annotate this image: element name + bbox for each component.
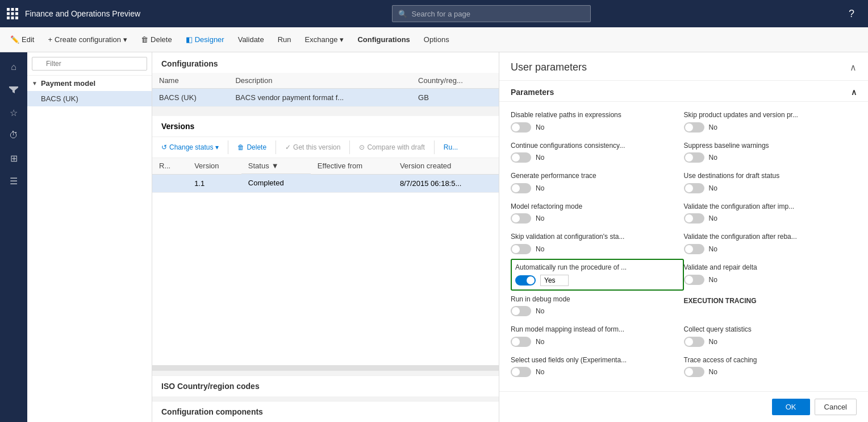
auto-run-toggle[interactable] [515,275,536,286]
param-control: No [511,337,679,347]
sidebar-item-grid[interactable]: ⊞ [2,148,25,168]
svg-rect-2 [15,8,18,11]
delete-button[interactable]: 🗑 Delete [135,32,178,47]
cancel-button[interactable]: Cancel [815,399,857,415]
configurations-button[interactable]: Configurations [352,32,415,47]
model-refactoring-toggle[interactable] [511,213,531,224]
param-label: Continue configurations consistency... [511,142,679,151]
param-label: Model refactoring mode [511,202,679,212]
tree-child-label: BACS (UK) [41,94,78,103]
params-title: Parameters [511,88,554,97]
param-item-select-used-fields: Select used fields only (Experimenta... … [511,351,684,382]
param-item-validate-repair-delta: Validate and repair delta No [684,259,857,291]
divider [228,140,228,154]
user-params-panel: User parameters ∧ Parameters ∧ Disable r… [499,52,868,422]
svg-rect-6 [7,16,10,19]
configurations-section-title: Configurations [152,52,499,73]
run-button[interactable]: Run [272,32,297,47]
ok-button[interactable]: OK [772,399,810,415]
param-control: No [684,337,853,347]
param-label: Trace access of caching [684,356,853,365]
edit-icon: ✏️ [10,35,19,44]
panel-collapse-button[interactable]: ∧ [850,62,857,73]
validate-repair-delta-toggle[interactable] [684,275,704,285]
edit-button[interactable]: ✏️ Edit [5,32,40,47]
run-model-mapping-toggle[interactable] [511,337,531,347]
skip-product-toggle[interactable] [684,122,704,133]
table-row[interactable]: 1.1 Completed 8/7/2015 06:18:5... [152,174,499,192]
trace-access-toggle[interactable] [684,367,704,377]
param-item-generate-perf: Generate performance trace No [511,167,684,198]
sidebar-item-home[interactable]: ⌂ [2,57,25,77]
options-button[interactable]: Options [418,32,455,47]
validate-after-imp-toggle[interactable] [684,213,704,224]
horizontal-scrollbar[interactable] [152,365,499,371]
param-control: No [511,306,679,316]
versions-delete-button[interactable]: 🗑 Delete [233,141,271,154]
toggle-slider [511,213,531,224]
param-control: No [684,244,853,254]
filter-input[interactable] [32,57,147,71]
change-status-button[interactable]: ↺ Change status ▾ [157,141,223,154]
filter-icon[interactable]: ▼ [272,162,279,170]
sidebar-item-list[interactable]: ☰ [2,171,25,191]
validate-button[interactable]: Validate [232,32,270,47]
collect-query-toggle[interactable] [684,337,704,347]
param-control [515,275,678,286]
param-label: Select used fields only (Experimenta... [511,356,679,365]
config-components-section[interactable]: Configuration components [152,401,499,422]
iso-section[interactable]: ISO Country/region codes [152,375,499,396]
waffle-menu-icon[interactable] [7,8,18,19]
param-label: Skip product updates and version pr... [684,111,853,120]
col-name: Name [152,73,228,89]
versions-table: R... Version Status ▼ Effective from Ver… [152,158,499,193]
toggle-slider [684,213,704,224]
use-destinations-toggle[interactable] [684,183,704,193]
run-versions-button[interactable]: Ru... [439,141,462,154]
validate-after-reba-toggle[interactable] [684,244,704,254]
sidebar-item-filter[interactable] [2,80,25,100]
param-value: No [536,154,544,162]
exchange-button[interactable]: Exchange ▾ [299,32,350,47]
param-control: No [684,275,853,285]
continue-config-toggle[interactable] [511,152,531,163]
params-collapse-icon[interactable]: ∧ [851,88,857,97]
compare-with-draft-button[interactable]: ⊙ Compare with draft [354,141,429,154]
param-control: No [684,367,853,377]
configurations-section: Configurations Name Description Country/… [152,52,499,107]
run-debug-toggle[interactable] [511,306,531,316]
vcell-status: Completed [241,174,311,192]
toggle-slider [684,244,704,254]
disable-relative-toggle[interactable] [511,122,531,133]
param-value: No [709,123,717,131]
param-value: No [536,338,544,346]
designer-button[interactable]: ◧ Designer [180,32,230,47]
param-label: Skip validation at configuration's sta..… [511,233,679,242]
param-control: No [684,183,853,193]
param-item-run-model-mapping: Run model mapping instead of form... No [511,321,684,351]
create-configuration-button[interactable]: + Create configuration ▾ [42,32,133,47]
filter-box: 🔍 [27,52,152,76]
exchange-chevron-icon: ▾ [340,35,344,44]
search-bar[interactable]: 🔍 Search for a page [392,5,591,22]
skip-validation-toggle[interactable] [511,244,531,254]
select-used-fields-toggle[interactable] [511,367,531,377]
param-label: Generate performance trace [511,172,679,181]
help-icon[interactable]: ? [842,8,861,20]
get-this-version-button[interactable]: ✓ Get this version [281,141,345,154]
get-version-icon: ✓ [285,143,291,151]
toggle-slider [511,306,531,316]
auto-run-value-input[interactable] [540,275,569,286]
suppress-baseline-toggle[interactable] [684,152,704,163]
table-row[interactable]: BACS (UK) BACS vendor payment format f..… [152,89,499,107]
sidebar-item-history[interactable]: ⏱ [2,125,25,146]
svg-rect-4 [11,13,14,15]
tree-item-bacs-uk[interactable]: BACS (UK) [27,91,152,106]
param-label: Validate the configuration after imp... [684,202,853,212]
sidebar-item-favorites[interactable]: ☆ [2,102,25,123]
param-control: No [511,122,679,133]
content-area: Configurations Name Description Country/… [152,52,499,422]
svg-rect-7 [11,16,14,19]
tree-item-payment-model[interactable]: ▼ Payment model [27,76,152,91]
generate-perf-toggle[interactable] [511,183,531,193]
